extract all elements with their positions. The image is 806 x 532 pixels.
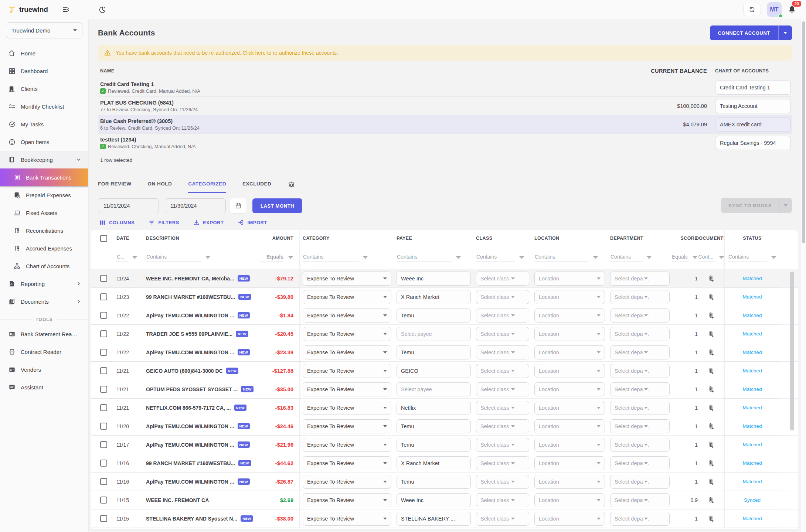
class-select[interactable]: Select class xyxy=(476,493,529,507)
department-select[interactable]: Select depa. xyxy=(610,290,670,304)
department-select[interactable]: Select depa. xyxy=(610,401,670,415)
calendar-button[interactable] xyxy=(230,198,246,213)
class-select[interactable]: Select class xyxy=(476,401,529,415)
payee-input[interactable]: Weee Inc xyxy=(397,493,471,507)
sidebar-item-accrued-expenses[interactable]: Accrued Expenses xyxy=(0,239,88,257)
location-select[interactable]: Location xyxy=(534,364,605,378)
department-select[interactable]: Select depa. xyxy=(610,493,670,507)
class-select[interactable]: Select class xyxy=(476,308,529,323)
bank-account-row[interactable]: Blue Cash Preferred® (3005) 6 to Review.… xyxy=(98,115,792,134)
department-select[interactable]: Select depa. xyxy=(610,272,670,286)
row-checkbox[interactable] xyxy=(100,275,107,282)
workspace-selector[interactable]: Truewind Demo xyxy=(6,22,82,38)
category-select[interactable]: Expense To Review xyxy=(303,512,391,526)
attach-document-button[interactable] xyxy=(698,311,724,319)
payee-input[interactable]: Temu xyxy=(397,308,471,323)
filters-button[interactable]: FILTERS xyxy=(149,219,179,226)
category-select[interactable]: Expense To Review xyxy=(303,272,391,286)
row-checkbox[interactable] xyxy=(100,515,107,522)
category-select[interactable]: Expense To Review xyxy=(303,382,391,396)
amount-filter-input[interactable]: Equals xyxy=(260,254,284,262)
class-select[interactable]: Select class xyxy=(476,419,529,433)
start-date-input[interactable]: 11/01/2024 xyxy=(98,198,159,213)
bank-account-row[interactable]: PLAT BUS CHECKING (5841) 77 to Review. C… xyxy=(98,97,792,115)
class-select[interactable]: Select class xyxy=(476,290,529,304)
row-checkbox[interactable] xyxy=(100,423,107,430)
filter-menu-icon[interactable] xyxy=(205,255,211,260)
status-link[interactable]: Synced xyxy=(744,497,761,503)
payee-input[interactable]: Netflix xyxy=(397,401,471,415)
attach-document-button[interactable] xyxy=(698,367,724,375)
status-link[interactable]: Matched xyxy=(743,386,762,392)
row-checkbox[interactable] xyxy=(100,460,107,467)
attach-document-button[interactable] xyxy=(698,330,724,338)
location-select[interactable]: Location xyxy=(534,272,605,286)
chart-of-accounts-select[interactable]: Testing Account xyxy=(715,99,791,113)
class-select[interactable]: Select class xyxy=(476,345,529,359)
score-filter-input[interactable]: Equals xyxy=(671,254,688,262)
status-link[interactable]: Matched xyxy=(743,349,762,355)
tab-for-review[interactable]: FOR REVIEW xyxy=(98,181,132,193)
category-select[interactable]: Expense To Review xyxy=(303,401,391,415)
category-select[interactable]: Expense To Review xyxy=(303,327,391,341)
department-select[interactable]: Select depa. xyxy=(610,438,670,452)
sidebar-item-clients[interactable]: Clients xyxy=(0,80,88,98)
sidebar-item-bookkeeping[interactable]: Bookkeeping xyxy=(0,151,88,168)
category-select[interactable]: Expense To Review xyxy=(303,308,391,323)
payee-input[interactable]: Select payee xyxy=(397,327,471,341)
class-filter-input[interactable]: Contains xyxy=(476,254,515,262)
row-checkbox[interactable] xyxy=(100,367,107,374)
reauthorize-warning-banner[interactable]: You have bank accounts that need to be r… xyxy=(98,45,792,61)
row-checkbox[interactable] xyxy=(100,404,107,411)
table-vertical-scrollbar[interactable] xyxy=(790,272,794,527)
sidebar-item-bank-transactions[interactable]: Bank Transactions xyxy=(0,168,88,186)
documents-filter-input[interactable]: Cont... xyxy=(698,254,715,262)
location-select[interactable]: Location xyxy=(534,290,605,304)
payee-input[interactable]: GEICO xyxy=(397,364,471,378)
department-select[interactable]: Select depa. xyxy=(610,419,670,433)
select-all-checkbox[interactable] xyxy=(100,235,107,242)
refresh-button[interactable] xyxy=(743,3,761,16)
tab-on-hold[interactable]: ON HOLD xyxy=(148,181,172,193)
location-select[interactable]: Location xyxy=(534,493,605,507)
location-select[interactable]: Location xyxy=(534,308,605,323)
attach-document-button[interactable] xyxy=(698,459,724,467)
row-checkbox[interactable] xyxy=(100,330,107,337)
category-select[interactable]: Expense To Review xyxy=(303,456,391,470)
payee-filter-input[interactable]: Contains xyxy=(397,254,452,262)
row-checkbox[interactable] xyxy=(100,441,107,448)
filter-menu-icon[interactable] xyxy=(646,255,652,260)
chart-of-accounts-select[interactable]: Credit Card Testing 1 xyxy=(715,81,791,95)
class-select[interactable]: Select class xyxy=(476,475,529,489)
description-filter-input[interactable]: Contains xyxy=(146,254,201,262)
status-link[interactable]: Matched xyxy=(743,423,762,429)
sidebar-collapse-icon[interactable] xyxy=(62,6,69,13)
sidebar-item-reporting[interactable]: Reporting xyxy=(0,275,88,293)
location-select[interactable]: Location xyxy=(534,327,605,341)
payee-input[interactable]: X Ranch Market xyxy=(397,290,471,304)
payee-input[interactable]: Weee Inc xyxy=(397,272,471,286)
row-checkbox[interactable] xyxy=(100,293,107,300)
page-scrollbar[interactable] xyxy=(801,0,806,532)
attach-document-button[interactable] xyxy=(698,293,724,301)
dark-mode-moon-icon[interactable] xyxy=(98,6,106,14)
status-filter-input[interactable]: Contains xyxy=(728,254,767,262)
attach-document-button[interactable] xyxy=(698,385,724,393)
attach-document-button[interactable] xyxy=(698,422,724,430)
filter-menu-icon[interactable] xyxy=(363,255,368,260)
status-link[interactable]: Matched xyxy=(743,294,762,300)
payee-input[interactable]: STELLINA BAKERY ... xyxy=(397,512,471,526)
attach-document-button[interactable] xyxy=(698,274,724,282)
filter-menu-icon[interactable] xyxy=(771,255,776,260)
category-select[interactable]: Expense To Review xyxy=(303,419,391,433)
sync-dropdown[interactable] xyxy=(779,198,792,213)
chart-of-accounts-select[interactable]: AMEX credit card xyxy=(715,117,791,132)
sidebar-item-fixed-assets[interactable]: Fixed Assets xyxy=(0,204,88,222)
status-link[interactable]: Matched xyxy=(743,405,762,410)
department-select[interactable]: Select depa. xyxy=(610,345,670,359)
location-select[interactable]: Location xyxy=(534,456,605,470)
sidebar-item-dashboard[interactable]: Dashboard xyxy=(0,62,88,80)
export-button[interactable]: EXPORT xyxy=(193,219,224,226)
class-select[interactable]: Select class xyxy=(476,438,529,452)
payee-input[interactable]: Temu xyxy=(397,475,471,489)
